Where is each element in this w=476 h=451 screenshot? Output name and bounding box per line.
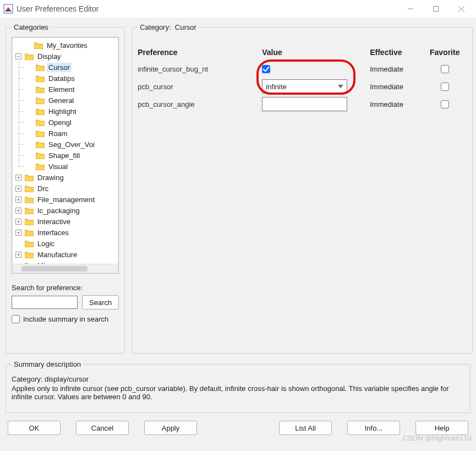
col-preference: Preference	[138, 48, 259, 57]
search-input[interactable]	[12, 296, 78, 309]
folder-icon	[36, 108, 45, 115]
folder-icon	[25, 53, 34, 60]
summary-legend: Summary description	[12, 360, 83, 368]
summary-category-line: Category: display/cursor	[12, 375, 464, 383]
tree-horizontal-scrollbar[interactable]	[13, 264, 118, 273]
pref-favorite-checkbox[interactable]	[441, 65, 449, 73]
search-button[interactable]: Search	[82, 295, 119, 309]
pref-value-select[interactable]: infinite	[262, 79, 347, 94]
tree-item-datatips[interactable]: Datatips	[47, 74, 76, 83]
expander-manufacture[interactable]: +	[15, 252, 21, 258]
tree-item-logic[interactable]: Logic	[36, 239, 56, 248]
folder-icon	[25, 196, 34, 203]
tree-item-seg-over-voi[interactable]: Seg_Over_Voi	[47, 140, 96, 149]
tree-item-drc[interactable]: Drc	[36, 184, 50, 193]
watermark: CSDN @highman110	[403, 434, 472, 442]
chevron-down-icon	[338, 85, 343, 88]
folder-icon	[36, 130, 45, 137]
expander-ic-packaging[interactable]: +	[15, 208, 21, 214]
expander-display[interactable]: −	[15, 53, 21, 59]
expander-interfaces[interactable]: +	[15, 230, 21, 236]
tree-item-element[interactable]: Element	[47, 85, 76, 94]
tree-item-interactive[interactable]: Interactive	[36, 217, 72, 226]
expander-drawing[interactable]: +	[15, 175, 21, 181]
folder-icon	[36, 97, 45, 104]
folder-icon	[34, 42, 43, 49]
category-legend: Category: Cursor	[138, 23, 199, 31]
client-area: Categories My_favorites	[0, 18, 476, 451]
folder-icon	[25, 185, 34, 192]
list-all-button[interactable]: List All	[279, 421, 332, 435]
tree-item-general[interactable]: General	[47, 96, 75, 105]
pref-name: pcb_cursor_angle	[138, 100, 259, 108]
summary-panel: Summary description Category: display/cu…	[6, 360, 470, 413]
tree-item-highlight[interactable]: Highlight	[47, 107, 78, 116]
search-label: Search for preference:	[12, 284, 119, 292]
tree-item-file-management[interactable]: File_management	[36, 195, 96, 204]
pref-name: pcb_cursor	[138, 83, 259, 91]
tree-item-display[interactable]: Display	[36, 52, 63, 61]
folder-icon	[36, 163, 45, 170]
pref-value-text[interactable]	[262, 97, 347, 111]
folder-icon	[36, 141, 45, 148]
info-button[interactable]: Info...	[347, 421, 400, 435]
include-summary-checkbox[interactable]	[12, 315, 20, 323]
pref-effective: Immediate	[370, 83, 419, 91]
maximize-button[interactable]	[423, 0, 448, 18]
window-title: User Preferences Editor	[17, 4, 398, 13]
pref-value-checkbox[interactable]	[262, 65, 270, 73]
pref-row: infinite_cursor_bug_nt Immediate	[138, 60, 467, 78]
tree-item-shape-fill[interactable]: Shape_fill	[47, 151, 81, 160]
pref-row: pcb_cursor_angle Immediate	[138, 95, 467, 113]
tree-item-drawing[interactable]: Drawing	[36, 173, 65, 182]
pref-name: infinite_cursor_bug_nt	[138, 65, 259, 73]
folder-icon	[25, 174, 34, 181]
expander-interactive[interactable]: +	[15, 219, 21, 225]
help-button[interactable]: Help	[415, 421, 468, 435]
expander-drc[interactable]: +	[15, 186, 21, 192]
tree-item-visual[interactable]: Visual	[47, 162, 69, 171]
folder-icon	[25, 251, 34, 258]
folder-icon	[25, 207, 34, 214]
folder-icon	[36, 119, 45, 126]
folder-icon	[36, 152, 45, 159]
summary-body: Applies only to infinite cursor (see pcb…	[12, 384, 464, 401]
folder-icon	[25, 240, 34, 247]
expander-file-management[interactable]: +	[15, 197, 21, 203]
pref-favorite-checkbox[interactable]	[441, 100, 449, 108]
categories-legend: Categories	[12, 23, 51, 31]
pref-effective: Immediate	[370, 65, 419, 73]
pref-favorite-checkbox[interactable]	[441, 83, 449, 91]
folder-icon	[36, 64, 45, 71]
close-button[interactable]	[448, 0, 474, 18]
include-summary-label: Include summary in search	[23, 315, 108, 323]
col-effective: Effective	[370, 48, 419, 57]
tree-item-roam[interactable]: Roam	[47, 129, 69, 138]
folder-icon	[25, 218, 34, 225]
tree-item-interfaces[interactable]: Interfaces	[36, 228, 70, 237]
minimize-button[interactable]	[398, 0, 423, 18]
svg-rect-2	[434, 7, 439, 12]
tree-item-my-favorites[interactable]: My_favorites	[45, 41, 89, 50]
category-panel: Category: Cursor Preference Value Effect…	[132, 23, 473, 354]
categories-tree[interactable]: My_favorites − Display Cursor Dat	[12, 37, 119, 274]
folder-icon	[25, 229, 34, 236]
preferences-table: Preference Value Effective Favorite infi…	[138, 48, 467, 113]
pref-effective: Immediate	[370, 100, 419, 108]
col-value: Value	[262, 48, 366, 57]
folder-icon	[36, 86, 45, 93]
folder-icon	[36, 75, 45, 82]
cancel-button[interactable]: Cancel	[76, 421, 129, 435]
apply-button[interactable]: Apply	[144, 421, 197, 435]
pref-row: pcb_cursor infinite Immediate	[138, 78, 467, 95]
tree-item-ic-packaging[interactable]: Ic_packaging	[36, 206, 81, 215]
categories-panel: Categories My_favorites	[6, 23, 125, 354]
tree-item-opengl[interactable]: Opengl	[47, 118, 73, 127]
col-favorite: Favorite	[423, 48, 467, 57]
app-icon	[3, 4, 13, 14]
titlebar: User Preferences Editor	[0, 0, 476, 18]
tree-item-manufacture[interactable]: Manufacture	[36, 250, 79, 259]
tree-item-cursor[interactable]: Cursor	[47, 63, 72, 72]
dialog-buttons: OK Cancel Apply List All Info... Help	[6, 421, 470, 435]
ok-button[interactable]: OK	[8, 421, 61, 435]
